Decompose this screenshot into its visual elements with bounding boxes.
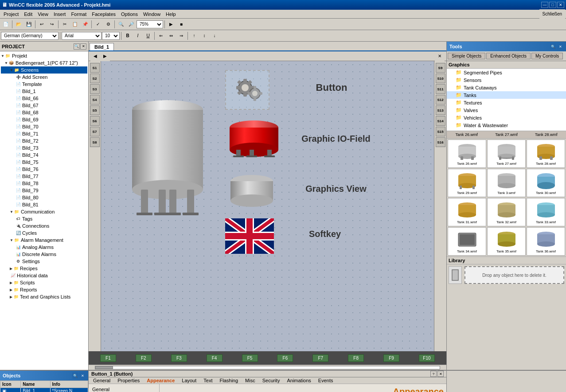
undo-button[interactable]: ↩ — [37, 19, 47, 29]
thumb-tank30[interactable]: Tank 30.wmf — [527, 169, 565, 197]
expand-icon-screens[interactable]: ▼ — [10, 68, 13, 72]
fkey-f1[interactable]: F1 — [100, 354, 116, 362]
thumb-tank29[interactable]: Tank 29.wmf — [448, 169, 486, 197]
zoom-out-button[interactable]: 🔎 — [126, 19, 136, 29]
menu-format[interactable]: Format — [68, 11, 89, 18]
props-text[interactable]: Text — [201, 377, 215, 384]
tree-reports[interactable]: ▶ 📁 Reports — [1, 286, 87, 293]
left-s8-button[interactable]: S8 — [90, 137, 100, 147]
gear-graphic[interactable] — [227, 72, 267, 108]
thumb-tank35[interactable]: Tank 35.wmf — [487, 227, 526, 256]
menu-options[interactable]: Options — [118, 11, 141, 18]
zoom-in-button[interactable]: 🔍 — [116, 19, 126, 29]
tree-bild77[interactable]: 📄 Bild_77 — [1, 173, 87, 180]
tree-historical[interactable]: 📈 Historical data — [1, 272, 87, 279]
paste-button[interactable]: 📌 — [80, 19, 90, 29]
expand-icon-textgfx[interactable]: ▶ — [10, 295, 12, 299]
meter-graphic[interactable] — [225, 119, 283, 159]
menu-help[interactable]: Help — [163, 11, 179, 18]
copy-button[interactable]: 📋 — [70, 19, 80, 29]
size-combo[interactable]: 10 — [102, 32, 120, 40]
tree-textures[interactable]: 📁 Textures — [447, 99, 566, 106]
expand-icon-root[interactable]: ▼ — [1, 54, 4, 58]
bold-button[interactable]: B — [123, 31, 133, 41]
right-s11-button[interactable]: S11 — [436, 84, 445, 94]
text-up-button[interactable]: ↑ — [189, 31, 199, 41]
tree-analog[interactable]: 📊 Analog Alarms — [1, 244, 87, 251]
right-s10-button[interactable]: S10 — [436, 74, 445, 83]
language-combo[interactable]: German (Germany) — [1, 32, 59, 40]
thumb-tank36[interactable]: Tank 36.wmf — [527, 227, 565, 256]
left-s4-button[interactable]: S4 — [90, 95, 100, 105]
fkey-f6[interactable]: F6 — [277, 354, 293, 362]
fkey-f10[interactable]: F10 — [419, 354, 435, 362]
fkey-f4[interactable]: F4 — [207, 354, 222, 362]
props-flashing[interactable]: Flashing — [217, 377, 241, 384]
scrollbar-thumb[interactable] — [95, 366, 113, 369]
left-s7-button[interactable]: S7 — [90, 127, 100, 136]
tools-search-button[interactable]: 🔍 — [550, 43, 556, 50]
tree-tags[interactable]: 🏷 Tags — [1, 215, 87, 222]
thumb-tank33[interactable]: Tank 33.wmf — [527, 198, 565, 226]
play-button[interactable]: ▶ — [166, 19, 176, 29]
tree-valves[interactable]: 📁 Valves — [447, 106, 566, 114]
thumb-tank27[interactable]: Tank 27.wmf — [487, 140, 526, 168]
thumb-tank3[interactable]: Tank 3.wmf — [487, 169, 526, 197]
menu-project[interactable]: Project — [1, 11, 21, 18]
maximize-button[interactable]: □ — [549, 2, 556, 8]
tree-scripts[interactable]: ▶ 📁 Scripts — [1, 279, 87, 286]
props-appearance[interactable]: Appearance — [144, 377, 177, 384]
fkey-f9[interactable]: F9 — [383, 354, 399, 362]
right-s12-button[interactable]: S12 — [436, 95, 445, 105]
tree-settings[interactable]: ⚙ Settings — [1, 258, 87, 265]
italic-button[interactable]: I — [133, 31, 143, 41]
tree-root[interactable]: ▼ 📁 Projekt — [1, 52, 87, 59]
left-s1-button[interactable]: S1 — [90, 63, 100, 73]
left-s3-button[interactable]: S3 — [90, 84, 100, 94]
tools-close-button[interactable]: ✕ — [557, 43, 563, 50]
flag-graphic[interactable] — [225, 218, 274, 254]
expand-icon-recipes[interactable]: ▶ — [10, 267, 12, 271]
text-mid-button[interactable]: ↕ — [199, 31, 209, 41]
tree-bild67[interactable]: 📄 Bild_67 — [1, 102, 87, 109]
menu-window[interactable]: Window — [141, 11, 163, 18]
tree-tanks[interactable]: 📁 Tanks — [447, 91, 566, 99]
schliessen-button[interactable]: Schließen — [539, 9, 565, 19]
props-security[interactable]: Security — [260, 377, 283, 384]
expand-icon-alarm[interactable]: ▼ — [10, 238, 13, 242]
stop-button[interactable]: ■ — [176, 19, 186, 29]
tree-discrete[interactable]: 📊 Discrete Alarms — [1, 251, 87, 258]
tree-bild80[interactable]: 📄 Bild_80 — [1, 194, 87, 201]
tree-alarm-mgmt[interactable]: ▼ 📁 Alarm Management — [1, 237, 87, 244]
left-s5-button[interactable]: S5 — [90, 105, 100, 115]
props-layout[interactable]: Layout — [179, 377, 199, 384]
expand-icon-scripts[interactable]: ▶ — [10, 281, 12, 285]
right-s9-button[interactable]: S9 — [436, 63, 445, 73]
tree-add-screen[interactable]: ➕ Add Screen — [1, 74, 87, 81]
nav-next-button[interactable]: ▶ — [100, 51, 110, 61]
open-button[interactable]: 📂 — [14, 19, 23, 29]
tree-tank-cutaways[interactable]: 📁 Tank Cutaways — [447, 84, 566, 91]
tree-sensors[interactable]: 📁 Sensors — [447, 76, 566, 84]
project-search-button[interactable]: 🔍 — [74, 43, 80, 50]
align-center-button[interactable]: ⇔ — [166, 31, 176, 41]
align-left-button[interactable]: ⇐ — [156, 31, 166, 41]
tree-bild75[interactable]: 📄 Bild_75 — [1, 159, 87, 166]
zoom-combo[interactable]: 75% 50% 100% 150% — [137, 20, 163, 28]
nav-prev-button[interactable]: ◀ — [90, 51, 100, 61]
props-close-button[interactable]: ✕ — [437, 371, 444, 377]
scrollbar-track[interactable] — [95, 366, 440, 369]
right-s16-button[interactable]: S16 — [436, 137, 445, 147]
save-button[interactable]: 💾 — [24, 19, 34, 29]
tree-bild71[interactable]: 📄 Bild_71 — [1, 130, 87, 137]
thumb-tank31[interactable]: Tank 31.wmf — [448, 198, 486, 226]
obj-row-bild1[interactable]: ▣ Bild_1 *Screen N — [0, 388, 88, 392]
right-s14-button[interactable]: S14 — [436, 116, 445, 126]
fkey-f2[interactable]: F2 — [136, 354, 152, 362]
fkey-f7[interactable]: F7 — [312, 354, 328, 362]
thumb-tank28[interactable]: Tank 28.wmf — [527, 140, 565, 168]
text-down-button[interactable]: ↓ — [210, 31, 219, 41]
tree-bild78[interactable]: 📄 Bild_78 — [1, 180, 87, 187]
right-s15-button[interactable]: S15 — [436, 127, 445, 136]
canvas-close-button[interactable]: ✕ — [435, 51, 445, 61]
